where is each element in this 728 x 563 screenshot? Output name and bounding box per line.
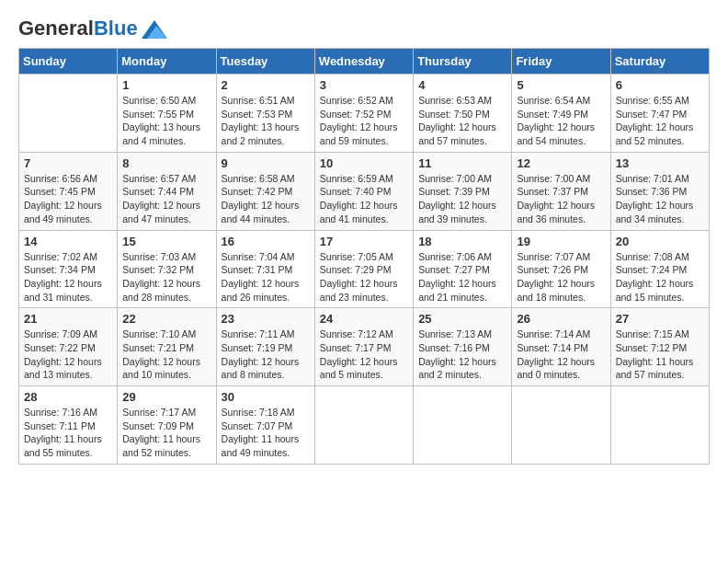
calendar-cell: 19Sunrise: 7:07 AMSunset: 7:26 PMDayligh… — [512, 230, 610, 308]
day-info: Sunrise: 6:50 AMSunset: 7:55 PMDaylight:… — [122, 94, 210, 148]
day-info: Sunrise: 6:56 AMSunset: 7:45 PMDaylight:… — [24, 172, 112, 226]
page-header: GeneralBlue — [18, 18, 710, 39]
calendar-cell: 29Sunrise: 7:17 AMSunset: 7:09 PMDayligh… — [118, 386, 216, 465]
calendar-header-row: Sunday Monday Tuesday Wednesday Thursday… — [19, 49, 710, 75]
calendar-cell: 30Sunrise: 7:18 AMSunset: 7:07 PMDayligh… — [216, 386, 314, 465]
calendar-cell — [414, 386, 512, 465]
day-info: Sunrise: 7:01 AMSunset: 7:36 PMDaylight:… — [616, 172, 704, 226]
day-number: 28 — [24, 390, 112, 404]
day-number: 12 — [517, 156, 605, 170]
day-info: Sunrise: 7:10 AMSunset: 7:21 PMDaylight:… — [122, 327, 210, 382]
calendar-cell: 1Sunrise: 6:50 AMSunset: 7:55 PMDaylight… — [118, 75, 216, 153]
day-info: Sunrise: 7:16 AMSunset: 7:11 PMDaylight:… — [24, 406, 112, 460]
day-info: Sunrise: 7:06 AMSunset: 7:27 PMDaylight:… — [418, 250, 506, 304]
day-number: 9 — [222, 156, 310, 170]
calendar-table: Sunday Monday Tuesday Wednesday Thursday… — [18, 48, 710, 465]
calendar-cell: 17Sunrise: 7:05 AMSunset: 7:29 PMDayligh… — [314, 230, 413, 308]
calendar-cell: 20Sunrise: 7:08 AMSunset: 7:24 PMDayligh… — [610, 230, 709, 308]
calendar-cell: 15Sunrise: 7:03 AMSunset: 7:32 PMDayligh… — [118, 230, 216, 308]
day-number: 23 — [222, 312, 310, 326]
day-info: Sunrise: 6:57 AMSunset: 7:44 PMDaylight:… — [122, 172, 210, 226]
calendar-cell — [19, 75, 118, 153]
day-number: 29 — [122, 390, 210, 404]
calendar-week-row: 14Sunrise: 7:02 AMSunset: 7:34 PMDayligh… — [19, 230, 710, 308]
day-info: Sunrise: 6:59 AMSunset: 7:40 PMDaylight:… — [320, 172, 408, 226]
day-info: Sunrise: 7:08 AMSunset: 7:24 PMDaylight:… — [616, 250, 704, 304]
day-number: 2 — [222, 78, 310, 92]
day-number: 25 — [418, 312, 506, 326]
day-number: 15 — [122, 235, 210, 248]
day-info: Sunrise: 7:15 AMSunset: 7:12 PMDaylight:… — [616, 327, 704, 382]
calendar-cell: 26Sunrise: 7:14 AMSunset: 7:14 PMDayligh… — [512, 308, 610, 386]
day-info: Sunrise: 7:03 AMSunset: 7:32 PMDaylight:… — [122, 250, 210, 304]
day-info: Sunrise: 6:53 AMSunset: 7:50 PMDaylight:… — [418, 94, 506, 148]
col-monday: Monday — [118, 49, 216, 75]
day-info: Sunrise: 6:55 AMSunset: 7:47 PMDaylight:… — [616, 94, 704, 148]
calendar-cell: 6Sunrise: 6:55 AMSunset: 7:47 PMDaylight… — [610, 75, 709, 153]
day-number: 17 — [320, 235, 408, 248]
calendar-cell: 3Sunrise: 6:52 AMSunset: 7:52 PMDaylight… — [314, 75, 413, 153]
day-number: 27 — [616, 312, 704, 326]
day-number: 6 — [616, 78, 704, 92]
calendar-cell: 23Sunrise: 7:11 AMSunset: 7:19 PMDayligh… — [216, 308, 314, 386]
col-sunday: Sunday — [19, 49, 118, 75]
logo: GeneralBlue — [18, 18, 167, 39]
day-info: Sunrise: 7:17 AMSunset: 7:09 PMDaylight:… — [122, 406, 210, 460]
calendar-cell: 14Sunrise: 7:02 AMSunset: 7:34 PMDayligh… — [19, 230, 118, 308]
calendar-cell: 10Sunrise: 6:59 AMSunset: 7:40 PMDayligh… — [314, 152, 413, 230]
calendar-cell: 16Sunrise: 7:04 AMSunset: 7:31 PMDayligh… — [216, 230, 314, 308]
calendar-cell: 9Sunrise: 6:58 AMSunset: 7:42 PMDaylight… — [216, 152, 314, 230]
day-info: Sunrise: 7:04 AMSunset: 7:31 PMDaylight:… — [222, 250, 310, 304]
calendar-cell: 12Sunrise: 7:00 AMSunset: 7:37 PMDayligh… — [512, 152, 610, 230]
day-info: Sunrise: 7:12 AMSunset: 7:17 PMDaylight:… — [320, 327, 408, 382]
day-info: Sunrise: 6:54 AMSunset: 7:49 PMDaylight:… — [517, 94, 605, 148]
day-number: 20 — [616, 235, 704, 248]
day-info: Sunrise: 7:09 AMSunset: 7:22 PMDaylight:… — [24, 327, 112, 382]
calendar-cell: 13Sunrise: 7:01 AMSunset: 7:36 PMDayligh… — [610, 152, 709, 230]
calendar-cell: 8Sunrise: 6:57 AMSunset: 7:44 PMDaylight… — [118, 152, 216, 230]
day-number: 7 — [24, 156, 112, 170]
day-number: 21 — [24, 312, 112, 326]
day-info: Sunrise: 6:52 AMSunset: 7:52 PMDaylight:… — [320, 94, 408, 148]
calendar-cell — [610, 386, 709, 465]
calendar-cell: 28Sunrise: 7:16 AMSunset: 7:11 PMDayligh… — [19, 386, 118, 465]
day-number: 13 — [616, 156, 704, 170]
day-number: 16 — [222, 235, 310, 248]
calendar-cell: 11Sunrise: 7:00 AMSunset: 7:39 PMDayligh… — [414, 152, 512, 230]
day-info: Sunrise: 7:13 AMSunset: 7:16 PMDaylight:… — [418, 327, 506, 382]
day-info: Sunrise: 7:07 AMSunset: 7:26 PMDaylight:… — [517, 250, 605, 304]
calendar-body: 1Sunrise: 6:50 AMSunset: 7:55 PMDaylight… — [19, 75, 710, 465]
calendar-week-row: 1Sunrise: 6:50 AMSunset: 7:55 PMDaylight… — [19, 75, 710, 153]
day-number: 24 — [320, 312, 408, 326]
calendar-cell: 18Sunrise: 7:06 AMSunset: 7:27 PMDayligh… — [414, 230, 512, 308]
day-number: 18 — [418, 235, 506, 248]
day-info: Sunrise: 7:18 AMSunset: 7:07 PMDaylight:… — [222, 406, 310, 460]
day-number: 26 — [517, 312, 605, 326]
col-wednesday: Wednesday — [314, 49, 413, 75]
logo-icon — [142, 20, 167, 39]
calendar-week-row: 28Sunrise: 7:16 AMSunset: 7:11 PMDayligh… — [19, 386, 710, 465]
day-number: 11 — [418, 156, 506, 170]
calendar-week-row: 21Sunrise: 7:09 AMSunset: 7:22 PMDayligh… — [19, 308, 710, 386]
calendar-cell: 25Sunrise: 7:13 AMSunset: 7:16 PMDayligh… — [414, 308, 512, 386]
day-number: 8 — [122, 156, 210, 170]
calendar-cell: 22Sunrise: 7:10 AMSunset: 7:21 PMDayligh… — [118, 308, 216, 386]
day-number: 10 — [320, 156, 408, 170]
day-info: Sunrise: 7:05 AMSunset: 7:29 PMDaylight:… — [320, 250, 408, 304]
day-info: Sunrise: 6:58 AMSunset: 7:42 PMDaylight:… — [222, 172, 310, 226]
day-number: 1 — [122, 78, 210, 92]
day-number: 19 — [517, 235, 605, 248]
calendar-cell: 27Sunrise: 7:15 AMSunset: 7:12 PMDayligh… — [610, 308, 709, 386]
calendar-cell: 21Sunrise: 7:09 AMSunset: 7:22 PMDayligh… — [19, 308, 118, 386]
logo-blue: Blue — [94, 17, 138, 40]
calendar-cell: 7Sunrise: 6:56 AMSunset: 7:45 PMDaylight… — [19, 152, 118, 230]
day-info: Sunrise: 6:51 AMSunset: 7:53 PMDaylight:… — [222, 94, 310, 148]
calendar-cell — [512, 386, 610, 465]
col-friday: Friday — [512, 49, 610, 75]
day-number: 22 — [122, 312, 210, 326]
calendar-cell — [314, 386, 413, 465]
day-number: 5 — [517, 78, 605, 92]
day-number: 3 — [320, 78, 408, 92]
col-saturday: Saturday — [610, 49, 709, 75]
calendar-cell: 24Sunrise: 7:12 AMSunset: 7:17 PMDayligh… — [314, 308, 413, 386]
